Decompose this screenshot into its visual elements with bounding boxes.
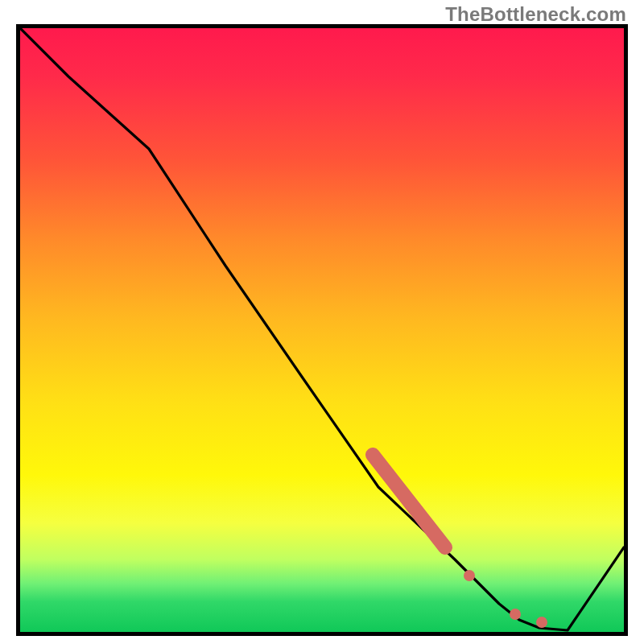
highlight-dot — [464, 570, 475, 581]
curve-svg — [20, 28, 624, 632]
highlight-segment — [373, 455, 445, 547]
chart-canvas: TheBottleneck.com — [0, 0, 644, 644]
watermark-text: TheBottleneck.com — [445, 3, 626, 26]
chart-frame — [16, 24, 628, 636]
highlight-dots — [464, 570, 547, 628]
bottleneck-curve — [20, 28, 624, 630]
highlight-dot — [536, 617, 547, 628]
highlight-dot — [510, 609, 521, 620]
